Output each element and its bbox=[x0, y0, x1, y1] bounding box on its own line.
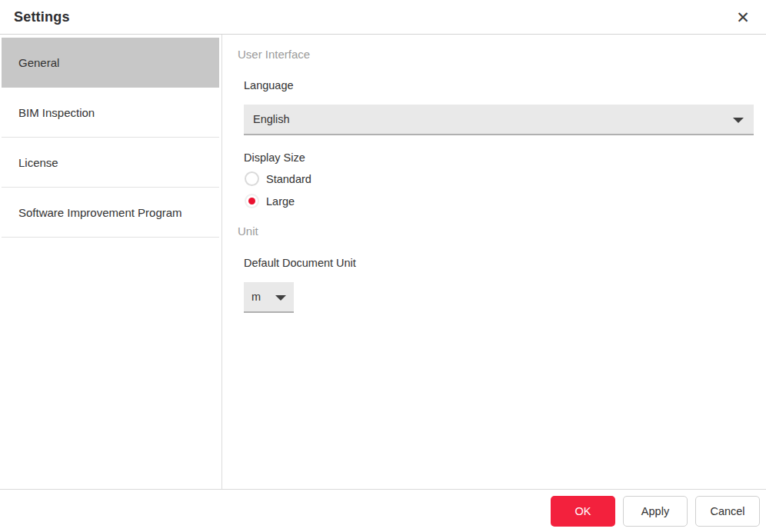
ok-button[interactable]: OK bbox=[551, 496, 615, 527]
radio-option-large: Large bbox=[245, 194, 754, 208]
sidebar-item-general[interactable]: General bbox=[2, 38, 219, 88]
settings-dialog: Settings ✕ General BIM Inspection Licens… bbox=[0, 0, 766, 532]
radio-standard[interactable] bbox=[245, 171, 259, 186]
sidebar-item-label: General bbox=[18, 56, 59, 69]
settings-nav-sidebar: General BIM Inspection License Software … bbox=[0, 35, 222, 489]
default-document-unit-dropdown[interactable]: m bbox=[244, 282, 294, 313]
dialog-footer: OK Apply Cancel bbox=[0, 489, 766, 532]
sidebar-item-license[interactable]: License bbox=[2, 138, 219, 188]
section-title-unit: Unit bbox=[238, 224, 754, 238]
language-label: Language bbox=[244, 79, 754, 91]
dialog-body: General BIM Inspection License Software … bbox=[0, 35, 766, 489]
sidebar-item-label: Software Improvement Program bbox=[18, 206, 182, 219]
section-title-user-interface: User Interface bbox=[238, 48, 754, 61]
sidebar-item-bim-inspection[interactable]: BIM Inspection bbox=[2, 88, 219, 138]
radio-standard-label: Standard bbox=[266, 173, 311, 185]
dialog-title: Settings bbox=[14, 9, 70, 25]
cancel-button[interactable]: Cancel bbox=[695, 496, 760, 527]
default-document-unit-value: m bbox=[251, 291, 261, 303]
language-dropdown-value: English bbox=[253, 113, 290, 125]
language-dropdown[interactable]: English bbox=[244, 105, 754, 135]
dialog-header: Settings ✕ bbox=[0, 0, 766, 35]
close-icon[interactable]: ✕ bbox=[732, 6, 754, 28]
chevron-down-icon bbox=[733, 118, 744, 123]
sidebar-item-software-improvement-program[interactable]: Software Improvement Program bbox=[2, 188, 219, 238]
default-document-unit-label: Default Document Unit bbox=[244, 257, 754, 269]
sidebar-item-label: BIM Inspection bbox=[18, 106, 95, 119]
display-size-label: Display Size bbox=[244, 151, 754, 164]
radio-large[interactable] bbox=[245, 194, 259, 208]
radio-option-standard: Standard bbox=[245, 171, 754, 186]
radio-large-label: Large bbox=[266, 195, 295, 208]
sidebar-item-label: License bbox=[18, 156, 58, 169]
settings-content-panel: User Interface Language English Display … bbox=[222, 35, 766, 489]
apply-button[interactable]: Apply bbox=[623, 496, 688, 527]
chevron-down-icon bbox=[275, 295, 286, 301]
